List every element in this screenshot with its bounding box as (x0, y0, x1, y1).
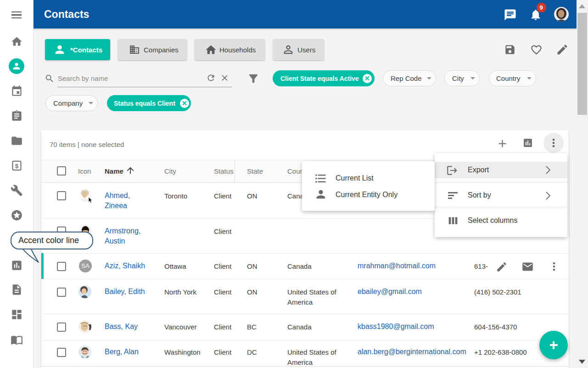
svg-text:$: $ (15, 162, 18, 169)
